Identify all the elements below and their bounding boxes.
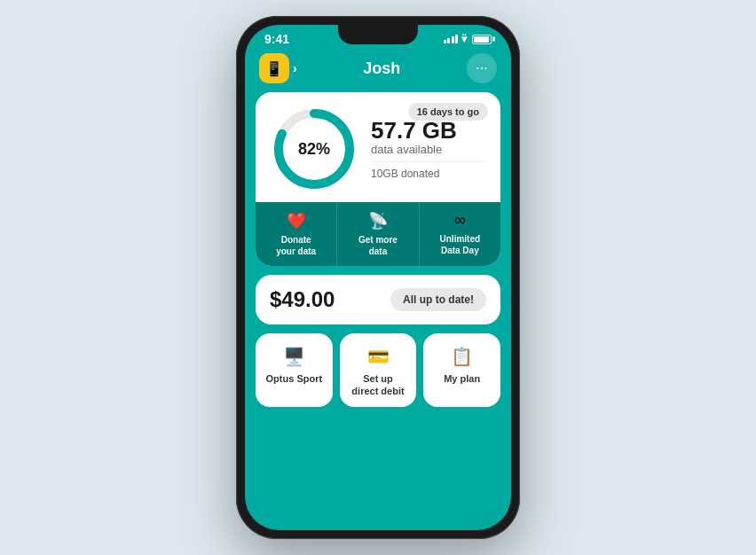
heart-icon: ❤️ bbox=[287, 211, 306, 231]
my-plan-icon: 📋 bbox=[451, 346, 473, 367]
phone-frame: 9:41 ▾̈ 📱 › Josh ·· bbox=[236, 16, 520, 539]
chat-icon: ··· bbox=[476, 60, 487, 76]
optus-sport-label: Optus Sport bbox=[266, 372, 323, 385]
action-bar: ❤️ Donateyour data 📡 Get moredata ∞ Unli… bbox=[256, 202, 500, 266]
phone-screen: 9:41 ▾̈ 📱 › Josh ·· bbox=[245, 25, 511, 530]
header-title: Josh bbox=[297, 59, 467, 78]
data-available-label: data available bbox=[371, 143, 486, 156]
data-card-top: 16 days to go 82% 57.7 GB data available bbox=[256, 92, 500, 202]
notch bbox=[338, 25, 418, 44]
donut-chart: 82% bbox=[270, 105, 358, 193]
direct-debit-tile[interactable]: 💳 Set updirect debit bbox=[340, 333, 417, 407]
optus-sport-icon: 🖥️ bbox=[283, 346, 305, 367]
signal-wave-icon: 📡 bbox=[368, 211, 388, 231]
app-header: 📱 › Josh ··· bbox=[245, 50, 511, 92]
get-more-data-button[interactable]: 📡 Get moredata bbox=[337, 202, 419, 266]
bill-status-badge: All up to date! bbox=[390, 288, 486, 311]
data-info: 57.7 GB data available 10GB donated bbox=[371, 118, 486, 181]
direct-debit-label: Set updirect debit bbox=[351, 372, 404, 398]
status-time: 9:41 bbox=[264, 32, 289, 46]
direct-debit-icon: 💳 bbox=[367, 346, 390, 367]
donut-percentage: 82% bbox=[298, 140, 330, 159]
sim-icon: 📱 bbox=[265, 60, 283, 77]
data-donated-text: 10GB donated bbox=[371, 168, 486, 180]
chat-button[interactable]: ··· bbox=[467, 53, 497, 83]
bill-amount: $49.00 bbox=[270, 287, 335, 312]
unlimited-data-day-button[interactable]: ∞ UnlimitedData Day bbox=[420, 202, 500, 266]
tiles-row: 🖥️ Optus Sport 💳 Set updirect debit 📋 My… bbox=[256, 333, 500, 407]
wifi-icon: ▾̈ bbox=[461, 33, 467, 45]
header-left: 📱 › bbox=[259, 53, 297, 83]
data-card: 16 days to go 82% 57.7 GB data available bbox=[256, 92, 500, 266]
optus-sport-tile[interactable]: 🖥️ Optus Sport bbox=[256, 333, 333, 407]
donate-data-label: Donateyour data bbox=[276, 234, 316, 257]
data-divider bbox=[371, 161, 486, 162]
status-icons: ▾̈ bbox=[444, 33, 492, 45]
my-plan-tile[interactable]: 📋 My plan bbox=[423, 333, 500, 407]
battery-icon bbox=[472, 35, 492, 44]
data-gb-amount: 57.7 GB bbox=[371, 118, 486, 144]
days-badge: 16 days to go bbox=[408, 103, 488, 121]
my-plan-label: My plan bbox=[444, 372, 480, 385]
content-area: 16 days to go 82% 57.7 GB data available bbox=[245, 92, 511, 530]
sim-icon-button[interactable]: 📱 bbox=[259, 53, 289, 83]
unlimited-data-day-label: UnlimitedData Day bbox=[440, 233, 481, 256]
signal-bars-icon bbox=[444, 35, 459, 43]
infinity-icon: ∞ bbox=[454, 211, 466, 230]
bill-card: $49.00 All up to date! bbox=[256, 275, 500, 324]
donate-data-button[interactable]: ❤️ Donateyour data bbox=[256, 202, 337, 266]
get-more-data-label: Get moredata bbox=[358, 234, 398, 257]
